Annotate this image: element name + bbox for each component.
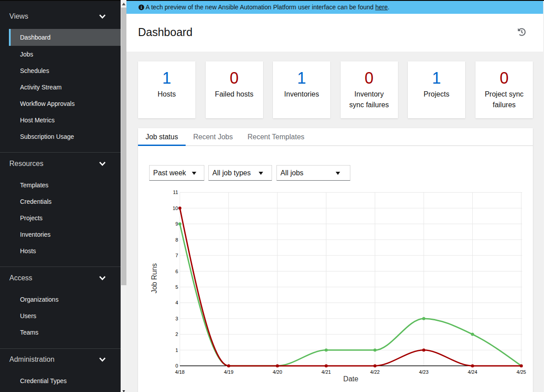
svg-text:5: 5	[175, 284, 178, 290]
svg-text:4: 4	[175, 300, 178, 305]
svg-text:1: 1	[175, 348, 178, 353]
svg-text:4/18: 4/18	[175, 369, 184, 375]
svg-text:Job Runs: Job Runs	[150, 263, 158, 294]
svg-text:4/21: 4/21	[321, 369, 331, 375]
svg-text:7: 7	[175, 253, 178, 258]
svg-text:9: 9	[175, 221, 178, 226]
svg-text:4/23: 4/23	[419, 369, 428, 375]
svg-text:4/20: 4/20	[272, 369, 282, 375]
svg-text:Date: Date	[343, 375, 358, 383]
svg-text:0: 0	[175, 363, 178, 368]
svg-text:4/24: 4/24	[468, 369, 477, 375]
svg-text:3: 3	[175, 316, 178, 321]
svg-text:10: 10	[173, 206, 178, 211]
svg-text:11: 11	[173, 190, 178, 195]
svg-text:4/19: 4/19	[224, 369, 233, 375]
svg-text:8: 8	[175, 237, 178, 242]
svg-text:2: 2	[175, 331, 178, 337]
svg-text:6: 6	[175, 269, 178, 274]
svg-text:4/25: 4/25	[516, 369, 526, 375]
svg-text:4/22: 4/22	[370, 369, 380, 375]
